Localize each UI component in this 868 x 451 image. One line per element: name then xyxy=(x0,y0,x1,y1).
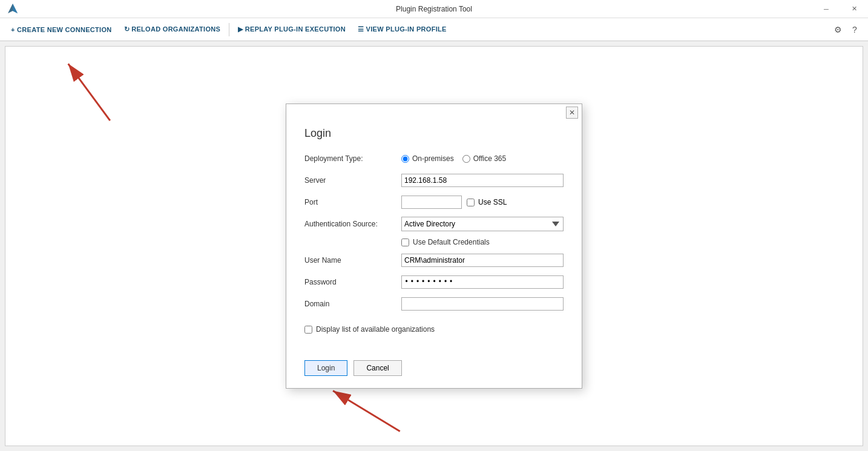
radio-on-premises[interactable]: On-premises xyxy=(401,154,454,163)
radio-office365[interactable]: Office 365 xyxy=(462,154,506,163)
port-input[interactable] xyxy=(401,196,462,209)
display-orgs-checkbox[interactable] xyxy=(304,326,312,334)
auth-source-control: Active Directory Windows Live Id Federat… xyxy=(401,217,564,231)
server-input[interactable] xyxy=(401,174,564,187)
help-button[interactable]: ? xyxy=(846,21,863,38)
reload-orgs-button[interactable]: ↻ RELOAD ORGANIZATIONS xyxy=(118,23,227,36)
auth-source-row: Authentication Source: Active Directory … xyxy=(304,216,564,232)
auth-source-label: Authentication Source: xyxy=(304,220,401,228)
close-button[interactable]: ✕ xyxy=(840,0,868,18)
password-label: Password xyxy=(304,278,401,286)
auth-source-select[interactable]: Active Directory Windows Live Id Federat… xyxy=(401,217,564,231)
settings-button[interactable]: ⚙ xyxy=(829,21,846,38)
main-area: ✕ Login Deployment Type: On-premises xyxy=(5,46,863,446)
server-control xyxy=(401,174,564,187)
domain-label: Domain xyxy=(304,300,401,308)
use-default-creds-area: Use Default Credentials xyxy=(401,238,564,246)
svg-marker-1 xyxy=(13,4,18,13)
password-row: Password xyxy=(304,274,564,290)
dialog-titlebar: ✕ xyxy=(286,104,582,121)
radio-on-premises-input[interactable] xyxy=(401,155,409,163)
domain-input[interactable] xyxy=(401,297,564,311)
logo-icon xyxy=(6,2,19,16)
username-label: User Name xyxy=(304,256,401,265)
app-logo xyxy=(6,2,19,16)
toolbar-separator xyxy=(229,23,229,36)
display-orgs-row[interactable]: Display list of available organizations xyxy=(304,325,564,334)
use-default-creds-label: Use Default Credentials xyxy=(413,238,490,246)
use-default-creds-checkbox[interactable] xyxy=(401,239,409,246)
use-default-creds-row[interactable]: Use Default Credentials xyxy=(401,238,564,246)
radio-office365-label: Office 365 xyxy=(473,154,506,163)
create-connection-button[interactable]: + CREATE NEW CONNECTION xyxy=(5,24,118,36)
login-dialog: ✕ Login Deployment Type: On-premises xyxy=(286,104,582,389)
window-title: Plugin Registration Tool xyxy=(396,5,472,13)
dialog-body: Login Deployment Type: On-premises Offic… xyxy=(286,121,582,352)
dialog-footer: Login Cancel xyxy=(286,352,582,388)
window-controls: ─ ✕ xyxy=(812,0,868,18)
dialog-overlay: ✕ Login Deployment Type: On-premises xyxy=(5,47,863,446)
view-profile-button[interactable]: ☰ VIEW PLUG-IN PROFILE xyxy=(352,23,453,36)
domain-row: Domain xyxy=(304,296,564,312)
username-row: User Name xyxy=(304,252,564,268)
password-control xyxy=(401,275,564,289)
title-bar: Plugin Registration Tool ─ ✕ xyxy=(0,0,868,18)
replay-plugin-button[interactable]: ▶ REPLAY PLUG-IN EXECUTION xyxy=(232,23,352,36)
deployment-type-label: Deployment Type: xyxy=(304,154,401,163)
radio-office365-input[interactable] xyxy=(462,155,470,163)
use-ssl-label: Use SSL xyxy=(478,198,507,206)
radio-on-premises-label: On-premises xyxy=(412,154,454,163)
use-ssl-area: Use SSL xyxy=(467,198,507,206)
spacer xyxy=(304,318,564,325)
domain-control xyxy=(401,297,564,311)
dialog-close-button[interactable]: ✕ xyxy=(566,107,578,119)
minimize-button[interactable]: ─ xyxy=(812,0,840,18)
toolbar: + CREATE NEW CONNECTION ↻ RELOAD ORGANIZ… xyxy=(0,18,868,41)
server-row: Server xyxy=(304,173,564,188)
deployment-type-controls: On-premises Office 365 xyxy=(401,154,564,163)
display-orgs-label: Display list of available organizations xyxy=(316,325,435,334)
deployment-type-row: Deployment Type: On-premises Office 365 xyxy=(304,151,564,166)
port-control: Use SSL xyxy=(401,196,564,209)
password-input[interactable] xyxy=(401,275,564,289)
server-label: Server xyxy=(304,176,401,185)
dialog-title: Login xyxy=(304,127,564,140)
port-row: Port Use SSL xyxy=(304,194,564,210)
login-button[interactable]: Login xyxy=(304,360,347,376)
use-ssl-checkbox[interactable] xyxy=(467,199,475,206)
cancel-button[interactable]: Cancel xyxy=(353,360,401,376)
username-input[interactable] xyxy=(401,254,564,267)
username-control xyxy=(401,254,564,267)
port-label: Port xyxy=(304,198,401,206)
